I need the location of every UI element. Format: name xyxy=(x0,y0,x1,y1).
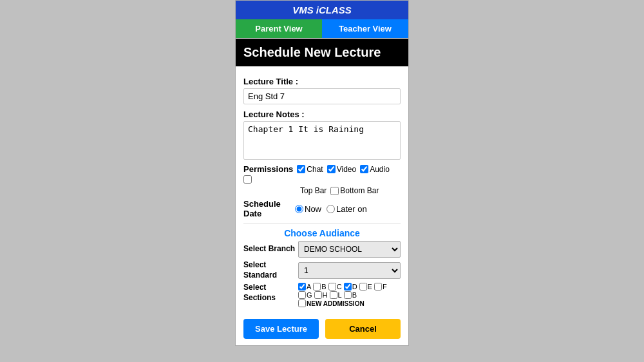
perm-topbar-label: Top Bar xyxy=(300,186,327,195)
perm-audio-checkbox[interactable] xyxy=(360,165,368,173)
section-c: C xyxy=(328,283,342,291)
standard-label: Select Standard xyxy=(243,260,298,280)
section-c-label: C xyxy=(337,283,342,291)
radio-later-input[interactable] xyxy=(327,205,335,213)
section-f: F xyxy=(374,283,387,291)
section-g: G xyxy=(298,291,312,299)
section-d-checkbox[interactable] xyxy=(344,283,352,291)
section-b2-checkbox[interactable] xyxy=(344,291,352,299)
save-lecture-button[interactable]: Save Lecture xyxy=(243,319,319,339)
section-l-checkbox[interactable] xyxy=(330,291,337,299)
perm-video-label: Video xyxy=(337,165,356,174)
lecture-notes-label: Lecture Notes : xyxy=(243,110,401,119)
parent-view-button[interactable]: Parent View xyxy=(236,19,322,38)
form-title: Schedule New Lecture xyxy=(236,39,408,66)
perm-empty xyxy=(243,175,253,184)
section-d: D xyxy=(344,283,357,291)
section-g-label: G xyxy=(307,291,312,299)
lecture-title-input[interactable] xyxy=(243,88,401,104)
section-a-checkbox[interactable] xyxy=(298,283,306,291)
section-new-addmission: NEW ADDMISSION xyxy=(298,300,365,307)
section-a-label: A xyxy=(307,283,311,291)
section-g-checkbox[interactable] xyxy=(298,291,306,299)
form-body: Lecture Title : Lecture Notes : Chapter … xyxy=(236,66,408,312)
perm-bottombar-label: Bottom Bar xyxy=(340,186,379,195)
perm-video-checkbox[interactable] xyxy=(327,165,336,173)
section-b2: B xyxy=(344,291,357,299)
perm-extra-checkbox[interactable] xyxy=(243,175,252,184)
teacher-view-button[interactable]: Teacher View xyxy=(322,19,408,38)
section-b-checkbox[interactable] xyxy=(313,283,321,291)
standard-select[interactable]: 1 xyxy=(298,262,401,279)
section-f-label: F xyxy=(383,283,387,291)
section-d-label: D xyxy=(352,283,357,291)
permissions-row2: Top Bar Bottom Bar xyxy=(243,186,401,195)
perm-video: Video xyxy=(327,165,356,174)
section-b-label: B xyxy=(321,283,326,291)
section-e-label: E xyxy=(368,283,372,291)
section-b: B xyxy=(313,283,326,291)
perm-bottombar: Bottom Bar xyxy=(330,186,379,195)
section-new-addmission-checkbox[interactable] xyxy=(298,300,306,307)
standard-row: Select Standard 1 xyxy=(243,260,401,280)
section-l: L xyxy=(330,291,342,299)
sections-checkboxes: A B C D E xyxy=(298,283,401,307)
lecture-notes-input[interactable]: Chapter 1 It is Raining xyxy=(243,121,401,160)
radio-later-label: Later on xyxy=(336,204,367,214)
cancel-button[interactable]: Cancel xyxy=(325,319,401,339)
branch-label: Select Branch xyxy=(243,244,298,254)
sections-label: Select Sections xyxy=(243,283,298,303)
schedule-row: Schedule Date Now Later on xyxy=(243,199,401,218)
branch-select[interactable]: DEMO SCHOOL xyxy=(298,241,401,258)
perm-bottombar-checkbox[interactable] xyxy=(330,187,339,195)
permissions-label: Permissions xyxy=(243,164,293,174)
radio-later: Later on xyxy=(327,204,367,214)
schedule-text: Schedule Date xyxy=(243,199,281,218)
app-title-italic: iCLASS xyxy=(316,5,352,15)
section-h: H xyxy=(314,291,328,299)
app-header: VMS iCLASS xyxy=(236,1,408,19)
section-c-checkbox[interactable] xyxy=(328,283,336,291)
perm-chat: Chat xyxy=(297,165,323,174)
permissions-row: Permissions Chat Video Audio xyxy=(243,164,401,184)
perm-audio: Audio xyxy=(360,165,390,174)
section-l-label: L xyxy=(338,291,342,299)
schedule-radio-group: Now Later on xyxy=(295,204,367,214)
section-h-checkbox[interactable] xyxy=(314,291,322,299)
schedule-label: Schedule Date xyxy=(243,199,295,218)
choose-audience-header: Choose Audiance xyxy=(243,224,401,238)
action-buttons: Save Lecture Cancel xyxy=(236,312,408,345)
view-toggle: Parent View Teacher View xyxy=(236,19,408,39)
perm-topbar: Top Bar xyxy=(300,186,327,195)
section-h-label: H xyxy=(323,291,328,299)
radio-now-input[interactable] xyxy=(295,205,303,213)
branch-row: Select Branch DEMO SCHOOL xyxy=(243,241,401,258)
sections-row: Select Sections A B C xyxy=(243,283,401,307)
radio-now: Now xyxy=(295,204,321,214)
section-a: A xyxy=(298,283,311,291)
perm-chat-checkbox[interactable] xyxy=(297,165,305,173)
section-e-checkbox[interactable] xyxy=(359,283,367,291)
perm-chat-label: Chat xyxy=(307,165,323,174)
section-b2-label: B xyxy=(352,291,357,299)
radio-now-label: Now xyxy=(305,204,321,214)
section-e: E xyxy=(359,283,372,291)
app-title-text: VMS xyxy=(292,5,316,15)
perm-audio-label: Audio xyxy=(370,165,390,174)
section-f-checkbox[interactable] xyxy=(374,283,382,291)
lecture-title-label: Lecture Title : xyxy=(243,77,401,86)
section-new-addmission-label: NEW ADDMISSION xyxy=(307,300,365,307)
